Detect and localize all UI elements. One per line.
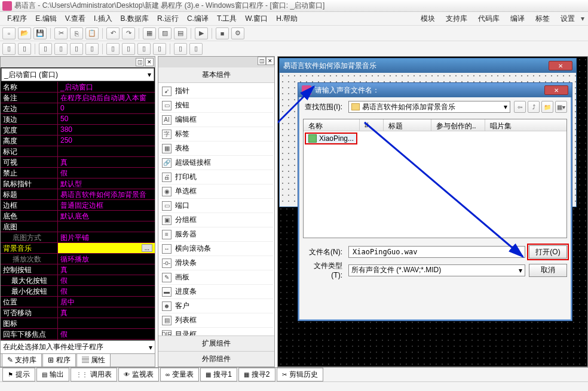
bottom-tab[interactable]: ⋮⋮调用表 [71,368,117,381]
property-row[interactable]: 底图 [1,221,155,232]
event-selector[interactable]: 在此处选择加入事件处理子程序 ▾ [1,340,155,353]
component-item[interactable]: ▭端口 [160,199,273,213]
open-button[interactable]: 打开(O) [529,245,567,258]
property-value[interactable]: 默认型 [58,178,155,189]
tb-open[interactable]: 📂 [18,27,31,39]
group-basic[interactable]: 基本组件 [158,67,274,83]
property-value[interactable]: 图片平铺 [58,232,155,242]
property-value[interactable]: 假 [58,286,155,296]
component-item[interactable]: ➹指针 [160,84,273,98]
property-value[interactable]: 假 [58,329,155,339]
property-row[interactable]: 图标 [1,318,155,329]
property-value[interactable]: 250 [58,136,155,146]
bottom-tab[interactable]: ✂剪辑历史 [277,368,323,381]
filename-input[interactable] [348,246,525,258]
bottom-tab[interactable]: ⚑提示 [2,368,35,381]
tb-new[interactable]: ▫ [2,27,16,39]
tb-cut[interactable]: ✂ [54,27,68,39]
tb2-7[interactable]: ▯ [106,43,120,55]
form-close-button[interactable]: ✕ [549,61,572,70]
component-item[interactable]: ▣分组框 [160,213,273,227]
rmenu-compile[interactable]: 编译 [506,13,529,25]
tb-tool2[interactable]: ▨ [158,27,172,39]
component-item[interactable]: ▭按钮 [160,98,273,113]
property-row[interactable]: 最大化按钮假 [1,275,155,286]
property-value[interactable]: 假 [58,275,155,285]
tb-redo[interactable]: ↷ [122,27,135,39]
tb-run[interactable]: ▶ [195,27,208,39]
col-title[interactable]: 标题 [384,119,431,131]
tb2-9[interactable]: ▯ [137,43,151,55]
menu-database[interactable]: B.数据库 [117,13,152,25]
back-button[interactable]: ⇦ [514,101,526,113]
property-value[interactable] [58,318,155,328]
property-row[interactable]: 背景音乐... [1,243,155,254]
tb-undo[interactable]: ↶ [106,27,120,39]
component-item[interactable]: ▦表格 [160,141,273,156]
component-item[interactable]: ≡服务器 [160,227,273,242]
property-row[interactable]: 可视真 [1,157,155,168]
property-row[interactable]: 底色默认底色 [1,211,155,221]
bottom-tab[interactable]: ▦搜寻1 [200,368,237,381]
bottom-tab[interactable]: ∞变量表 [160,368,199,381]
component-item[interactable]: ✎画板 [160,270,273,285]
rmenu-codelib[interactable]: 代码库 [473,13,504,25]
property-value[interactable]: 循环播放 [58,254,155,264]
property-row[interactable]: 禁止假 [1,168,155,178]
component-item[interactable]: 🖨打印机 [160,170,273,184]
bottom-tab[interactable]: 👁监视表 [118,368,159,381]
menu-tools[interactable]: T.工具 [213,13,240,25]
property-value[interactable]: _启动窗口 [58,82,155,92]
property-row[interactable]: 控制按钮真 [1,264,155,275]
group-extended[interactable]: 扩展组件 [158,335,274,351]
property-row[interactable]: 回车下移焦点假 [1,329,155,340]
menu-compile[interactable]: C.编译 [183,13,212,25]
col-num[interactable]: # [360,119,384,131]
property-value[interactable]: 真 [58,264,155,275]
browse-button[interactable]: ... [142,244,152,252]
property-value[interactable]: 默认底色 [58,211,155,221]
property-value[interactable]: 380 [58,125,155,135]
property-row[interactable]: 最小化按钮假 [1,286,155,297]
viewmode-button[interactable]: ▦▾ [555,101,567,113]
menu-run[interactable]: R.运行 [154,13,182,25]
property-row[interactable]: 位置居中 [1,297,155,307]
property-row[interactable]: 可否移动真 [1,307,155,318]
tb2-2[interactable]: ▯ [18,43,31,55]
tb2-12[interactable]: ▯ [189,43,203,55]
property-row[interactable]: 备注在程序启动后自动调入本窗 [1,93,155,103]
property-value[interactable]: 假 [58,168,155,178]
menu-edit[interactable]: E.编辑 [32,13,60,25]
property-row[interactable]: 名称_启动窗口 [1,82,155,93]
newfolder-button[interactable]: 📁 [541,101,553,113]
property-row[interactable]: 宽度380 [1,125,155,136]
col-name[interactable]: 名称 [304,119,360,131]
property-value[interactable]: 真 [58,157,155,167]
property-value[interactable]: 易语言软件如何添加背景音 [58,189,155,199]
property-value[interactable] [58,221,155,232]
component-item[interactable]: ▤列表框 [160,313,273,328]
tab-program[interactable]: ⊞ 程序 [42,353,75,367]
menu-view[interactable]: V.查看 [62,13,89,25]
property-value[interactable]: 真 [58,307,155,318]
component-item[interactable]: -o-滑块条 [160,256,273,270]
tb-save[interactable]: 💾 [33,27,47,39]
panel-close-icon[interactable]: ✕ [145,58,154,66]
filetype-combo[interactable]: 所有声音文件 (*.WAV;*.MID) ▾ [348,264,525,276]
component-item[interactable]: ☻客户 [160,299,273,313]
tb-tool1[interactable]: ▦ [143,27,156,39]
menu-program[interactable]: F.程序 [4,13,30,25]
menu-help[interactable]: H.帮助 [272,13,301,25]
file-list[interactable]: 名称 # 标题 参与创作的.. 唱片集 XiaoPing... [303,119,567,238]
tab-properties[interactable]: ▤ 属性 [76,353,111,367]
property-row[interactable]: 标记 [1,146,155,157]
property-row[interactable]: 边框普通固定边框 [1,200,155,211]
tb2-6[interactable]: ▯ [85,43,99,55]
col-album[interactable]: 唱片集 [485,119,566,131]
property-row[interactable]: 鼠标指针默认型 [1,178,155,189]
property-row[interactable]: 标题易语言软件如何添加背景音 [1,189,155,200]
object-selector[interactable]: _启动窗口 (窗口) ▾ [1,68,154,81]
property-value[interactable]: 居中 [58,297,155,307]
rmenu-module[interactable]: 模块 [416,13,440,25]
rmenu-settings[interactable]: 设置 [556,13,580,25]
